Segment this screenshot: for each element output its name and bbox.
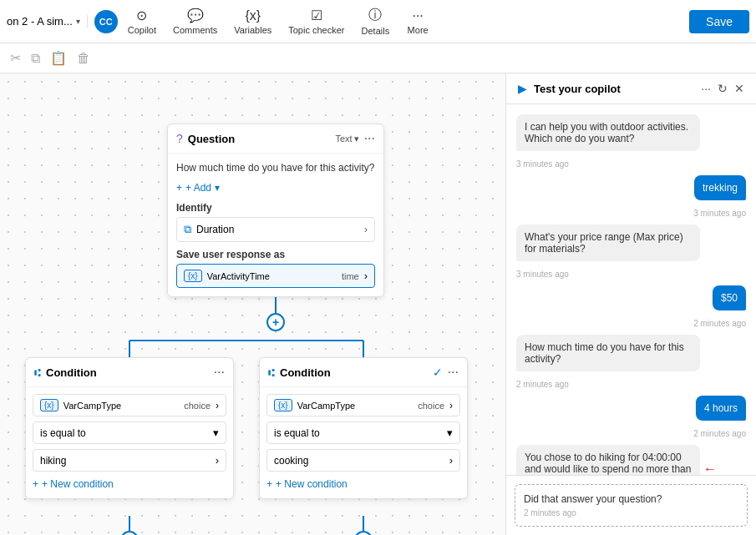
message-1-text: I can help you with outdoor activities. …	[525, 121, 688, 144]
condition-var-name-left: VarCampType	[63, 401, 180, 411]
node-title: Question	[188, 133, 331, 145]
page-title: on 2 - A sim...	[7, 15, 73, 28]
variables-icon: {x}	[245, 8, 261, 23]
red-arrow-icon: ←	[703, 462, 717, 475]
cut-icon[interactable]: ✂	[10, 50, 21, 66]
identify-chevron-icon: ›	[364, 224, 368, 235]
identify-label: Identify	[176, 202, 375, 214]
footer-question-text: Did that answer your question?	[524, 493, 738, 505]
condition-var-type-left: choice	[184, 401, 211, 411]
question-icon: ?	[176, 132, 183, 145]
identify-row[interactable]: ⧉ Duration ›	[176, 217, 375, 242]
message-4-time: 2 minutes ago	[516, 319, 746, 328]
main-area: + ? Question Text ▾ ··· How much time do…	[0, 73, 756, 535]
operator-chevron-left: ▾	[213, 426, 219, 439]
save-response-row[interactable]: {x} VarActivityTime time ›	[176, 264, 375, 288]
condition-var-chevron-right: ›	[449, 400, 453, 411]
message-3-time: 3 minutes ago	[516, 270, 746, 279]
test-panel-close-button[interactable]: ✕	[734, 82, 744, 95]
question-text: How much time do you have for this activ…	[176, 162, 375, 174]
avatar: CC	[94, 10, 118, 33]
title-chevron-icon[interactable]: ▾	[76, 17, 80, 26]
new-condition-button-right[interactable]: + + New condition	[266, 477, 348, 492]
type-chevron-icon: ▾	[354, 134, 359, 144]
condition-operator-right[interactable]: is equal to ▾	[266, 421, 460, 444]
node-body: How much time do you have for this activ…	[168, 154, 383, 296]
topic-checker-icon: ☑	[311, 8, 322, 23]
copilot-icon: ⊙	[136, 8, 147, 23]
condition-var-name-right: VarCampType	[297, 401, 414, 411]
condition-title-right: Condition	[280, 366, 428, 379]
new-condition-button-left[interactable]: + + New condition	[33, 477, 114, 492]
variables-button[interactable]: {x} Variables	[227, 5, 278, 38]
more-button[interactable]: ··· More	[399, 5, 436, 38]
message-2-user: trekking	[694, 175, 746, 200]
new-condition-plus-right: +	[266, 478, 272, 490]
add-button[interactable]: + + Add ▾	[176, 180, 220, 195]
comments-icon: 💬	[187, 8, 204, 23]
condition-menu-right[interactable]: ···	[448, 365, 459, 380]
message-4-user: $50	[713, 285, 746, 310]
condition-operator-left[interactable]: is equal to ▾	[33, 421, 226, 444]
toolbar: on 2 - A sim... ▾ CC ⊙ Copilot 💬 Comment…	[0, 0, 756, 43]
value-chevron-left: ›	[216, 454, 219, 467]
condition-value-right[interactable]: cooking ›	[266, 449, 460, 472]
message-1-bot: I can help you with outdoor activities. …	[516, 114, 700, 151]
delete-icon[interactable]: 🗑	[77, 51, 90, 66]
test-panel-more-button[interactable]: ···	[701, 82, 711, 95]
paste-icon[interactable]: 📋	[50, 50, 67, 66]
node-type-badge: Text ▾	[335, 134, 358, 144]
calendar-icon: ⧉	[184, 223, 191, 236]
details-button[interactable]: ⓘ Details	[355, 3, 397, 39]
var-badge: {x}	[184, 270, 202, 282]
condition-var-row-left[interactable]: {x} VarCampType choice ›	[33, 394, 226, 416]
details-icon: ⓘ	[368, 7, 382, 24]
message-7-container: You chose to do hiking for 04:00:00 and …	[516, 445, 746, 475]
copilot-button[interactable]: ⊙ Copilot	[121, 4, 163, 38]
var-badge-left: {x}	[40, 399, 58, 411]
condition-node-right: ⑆ Condition ✓ ··· {x} VarCampType choice…	[259, 357, 468, 499]
var-type: time	[342, 271, 359, 281]
question-node: ? Question Text ▾ ··· How much time do y…	[167, 124, 384, 297]
identify-value: Duration	[196, 224, 359, 235]
add-plus-icon: +	[176, 182, 182, 194]
test-panel-refresh-button[interactable]: ↻	[718, 82, 728, 95]
plus-connector-bottom-left[interactable]: +	[120, 531, 139, 535]
panel-arrow-icon: ▶	[518, 82, 527, 95]
plus-connector-bottom-right[interactable]: +	[354, 531, 373, 535]
save-button[interactable]: Save	[689, 10, 749, 33]
message-5-bot: How much time do you have for this activ…	[516, 335, 700, 371]
edit-toolbar: ✂ ⧉ 📋 🗑	[0, 43, 756, 73]
message-5-text: How much time do you have for this activ…	[525, 341, 684, 365]
add-chevron-icon: ▾	[215, 182, 220, 194]
message-5-time: 2 minutes ago	[516, 380, 746, 389]
condition-value-left[interactable]: hiking ›	[33, 449, 226, 472]
condition-var-row-right[interactable]: {x} VarCampType choice ›	[266, 394, 460, 416]
condition-icon-right: ⑆	[268, 366, 275, 379]
value-chevron-right: ›	[449, 454, 453, 467]
canvas[interactable]: + ? Question Text ▾ ··· How much time do…	[0, 73, 505, 535]
message-1-time: 3 minutes ago	[516, 159, 746, 169]
node-header: ? Question Text ▾ ···	[168, 124, 383, 154]
message-7-text: You chose to do hiking for 04:00:00 and …	[525, 452, 691, 475]
topic-checker-button[interactable]: ☑ Topic checker	[282, 4, 351, 38]
footer-question-box: Did that answer your question? 2 minutes…	[515, 484, 748, 527]
comments-button[interactable]: 💬 Comments	[166, 4, 224, 38]
var-badge-right: {x}	[274, 399, 292, 411]
save-chevron-icon: ›	[364, 270, 368, 282]
toolbar-title-section: on 2 - A sim... ▾	[7, 15, 88, 28]
node-menu-icon[interactable]: ···	[364, 131, 375, 146]
condition-check-icon: ✓	[433, 366, 443, 379]
var-name: VarActivityTime	[207, 271, 337, 281]
copy-icon[interactable]: ⧉	[31, 51, 40, 66]
more-icon: ···	[412, 8, 423, 23]
test-panel-actions: ··· ↻ ✕	[701, 82, 744, 95]
footer-time: 2 minutes ago	[524, 508, 738, 517]
message-7-bot: You chose to do hiking for 04:00:00 and …	[516, 445, 700, 475]
condition-header-left: ⑆ Condition ···	[26, 358, 233, 387]
condition-menu-left[interactable]: ···	[214, 365, 225, 380]
test-panel-title: Test your copilot	[534, 83, 694, 95]
condition-var-chevron-left: ›	[216, 400, 219, 411]
condition-icon-left: ⑆	[34, 366, 41, 379]
plus-connector-top[interactable]: +	[266, 313, 285, 331]
